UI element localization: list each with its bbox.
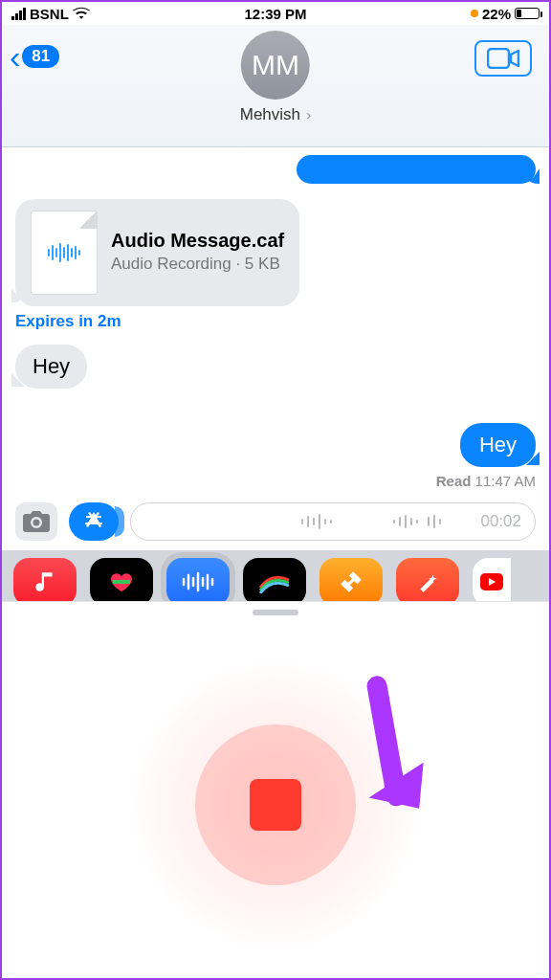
sent-message-bubble[interactable] (297, 155, 536, 184)
video-icon (487, 48, 519, 69)
received-message-bubble[interactable]: Hey (15, 345, 87, 389)
app-audio-message[interactable] (166, 558, 230, 606)
audio-attachment-bubble[interactable]: Audio Message.caf Audio Recording · 5 KB (15, 199, 299, 306)
app-memoji[interactable] (396, 558, 459, 606)
contact-name-button[interactable]: Mehvish › (240, 105, 311, 124)
stop-recording-button[interactable] (250, 779, 301, 831)
mic-in-use-indicator-icon (471, 10, 478, 17)
wifi-icon (73, 6, 90, 22)
recording-duration: 00:02 (480, 512, 521, 531)
waveform-icon (179, 570, 217, 593)
camera-button[interactable] (15, 502, 57, 541)
cell-signal-icon (11, 8, 26, 20)
magic-wand-icon (415, 569, 440, 594)
expires-label: Expires in 2m (15, 312, 536, 331)
unread-count-badge: 81 (22, 45, 59, 68)
contact-avatar[interactable]: MM (241, 31, 310, 100)
panel-grabber[interactable] (253, 610, 298, 615)
attachment-subtitle: Audio Recording · 5 KB (111, 254, 284, 275)
svg-rect-0 (488, 49, 509, 68)
facetime-video-button[interactable] (474, 40, 532, 77)
app-store-icon (81, 509, 106, 534)
clock: 12:39 PM (244, 6, 306, 22)
guitar-icon (339, 569, 364, 594)
brush-stroke-icon (258, 570, 291, 593)
message-list[interactable]: Audio Message.caf Audio Recording · 5 KB… (2, 147, 549, 489)
contact-name-label: Mehvish (240, 105, 300, 123)
app-digital-touch[interactable] (243, 558, 306, 606)
back-button[interactable]: ‹ 81 (10, 40, 59, 73)
read-receipt-label: Read (436, 473, 472, 489)
message-input[interactable]: 00:02 (130, 502, 536, 541)
conversation-header: ‹ 81 MM Mehvish › (2, 25, 549, 147)
waveform-icon (298, 511, 471, 532)
battery-percent: 22% (482, 6, 511, 22)
app-fitness[interactable] (90, 558, 153, 606)
chevron-left-icon: ‹ (10, 40, 20, 73)
app-garageband[interactable] (320, 558, 383, 606)
chevron-right-icon: › (302, 106, 311, 122)
app-music[interactable] (13, 558, 77, 606)
carrier-label: BSNL (30, 6, 69, 22)
youtube-icon (480, 573, 503, 590)
audio-file-icon (31, 211, 98, 295)
battery-icon (515, 8, 540, 19)
music-note-icon (33, 569, 57, 594)
audio-recording-panel (2, 601, 549, 978)
camera-icon (23, 511, 50, 532)
svg-rect-24 (113, 580, 130, 584)
read-receipt: Read 11:47 AM (15, 467, 536, 489)
heart-icon (107, 570, 136, 593)
compose-bar: 00:02 (2, 489, 549, 550)
status-bar: BSNL 12:39 PM 22% (2, 2, 549, 25)
app-youtube[interactable] (473, 558, 511, 606)
read-receipt-time: 11:47 AM (475, 473, 536, 489)
imessage-apps-button[interactable] (69, 502, 119, 541)
attachment-title: Audio Message.caf (111, 230, 284, 252)
sent-message-bubble[interactable]: Hey (460, 423, 536, 467)
